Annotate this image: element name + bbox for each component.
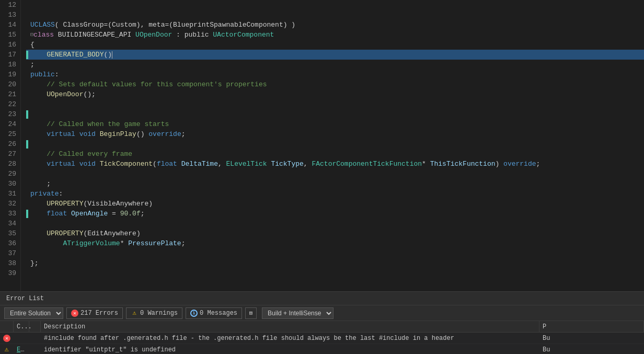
warning-row-icon: ⚠ — [3, 346, 10, 353]
error-icon: ✕ — [71, 310, 78, 317]
code-line: UPROPERTY(VisibleAnywhere) — [26, 199, 644, 209]
code-line — [26, 139, 644, 149]
line-number: 18 — [4, 60, 16, 70]
code-line: ⊟class BUILDINGESCAPE_API UOpenDoor : pu… — [26, 30, 644, 40]
line-number: 39 — [4, 268, 16, 278]
build-filter-dropdown[interactable]: Build + IntelliSense — [262, 307, 334, 319]
line-numbers: 1213141516171819202122232425262728293031… — [0, 0, 21, 291]
code-line: GENERATED_BODY() — [26, 50, 644, 60]
line-number: 23 — [4, 109, 16, 119]
line-number: 12 — [4, 0, 16, 10]
code-line — [26, 10, 644, 20]
code-line: { — [26, 40, 644, 50]
error-project: Bu — [539, 345, 644, 355]
line-number: 17 — [4, 50, 16, 60]
error-code-link[interactable]: E0020 — [17, 346, 29, 353]
code-line: ATriggerVolume* PressurePlate; — [26, 238, 644, 248]
col-header-checkbox — [0, 321, 14, 332]
warnings-count-label: 0 Warnings — [140, 310, 178, 317]
line-number: 37 — [4, 248, 16, 258]
line-number: 25 — [4, 129, 16, 139]
errors-count-label: 217 Errors — [80, 310, 118, 317]
text-cursor — [112, 51, 112, 59]
messages-count-badge[interactable]: i 0 Messages — [186, 307, 242, 319]
filter-dropdown[interactable]: Entire Solution — [4, 307, 63, 319]
line-number: 20 — [4, 79, 16, 89]
code-line: virtual void BeginPlay() override; — [26, 129, 644, 139]
line-number: 16 — [4, 40, 16, 50]
error-description: #include found after .generated.h file -… — [41, 334, 539, 343]
error-count-badge[interactable]: ✕ 217 Errors — [66, 307, 123, 319]
warning-count-badge[interactable]: ⚠ 0 Warnings — [126, 307, 182, 319]
code-line: private: — [26, 189, 644, 199]
code-line: ; — [26, 60, 644, 70]
code-line: // Called when the game starts — [26, 119, 644, 129]
error-row[interactable]: ✕#include found after .generated.h file … — [0, 333, 644, 344]
line-number: 36 — [4, 238, 16, 248]
code-line — [26, 248, 644, 258]
line-number: 38 — [4, 258, 16, 268]
line-number: 35 — [4, 229, 16, 238]
error-table-header: C... Description P — [0, 321, 644, 333]
line-number: 26 — [4, 139, 16, 149]
line-number: 31 — [4, 189, 16, 199]
line-number: 34 — [4, 219, 16, 229]
warning-icon: ⚠ — [131, 310, 138, 317]
code-line: float OpenAngle = 90.0f; — [26, 209, 644, 219]
code-line — [26, 109, 644, 119]
line-number: 29 — [4, 169, 16, 179]
bottom-panel: Error List Entire Solution ✕ 217 Errors … — [0, 291, 644, 354]
line-number: 32 — [4, 199, 16, 209]
line-number: 19 — [4, 70, 16, 79]
error-row[interactable]: ⚠E0020identifier "uintptr_t" is undefine… — [0, 344, 644, 354]
code-area[interactable]: UCLASS( ClassGroup=(Custom), meta=(Bluep… — [21, 0, 644, 291]
line-number: 30 — [4, 179, 16, 189]
line-number: 14 — [4, 20, 16, 30]
code-line: }; — [26, 258, 644, 268]
line-number: 27 — [4, 149, 16, 159]
line-number: 21 — [4, 89, 16, 99]
editor-area: 1213141516171819202122232425262728293031… — [0, 0, 644, 291]
code-line: virtual void TickComponent(float DeltaTi… — [26, 159, 644, 169]
col-header-project: P — [539, 321, 644, 332]
code-line — [26, 99, 644, 109]
code-line — [26, 268, 644, 278]
line-number: 15 — [4, 30, 16, 40]
col-header-description: Description — [41, 321, 539, 332]
code-line: ; — [26, 179, 644, 189]
code-line: // Called every frame — [26, 149, 644, 159]
info-icon: i — [190, 310, 198, 317]
code-line — [26, 219, 644, 229]
line-number: 24 — [4, 119, 16, 129]
error-description: identifier "uintptr_t" is undefined — [41, 345, 539, 355]
error-table: C... Description P ✕#include found after… — [0, 321, 644, 354]
code-line — [26, 0, 644, 10]
code-line: UCLASS( ClassGroup=(Custom), meta=(Bluep… — [26, 20, 644, 30]
code-line: UPROPERTY(EditAnywhere) — [26, 229, 644, 238]
col-header-sort — [29, 321, 41, 332]
line-number: 13 — [4, 10, 16, 20]
line-number: 22 — [4, 99, 16, 109]
col-header-code: C... — [14, 321, 29, 332]
line-number: 28 — [4, 159, 16, 169]
line-number: 33 — [4, 209, 16, 219]
code-line: UOpenDoor(); — [26, 89, 644, 99]
panel-title-bar: Error List — [0, 292, 644, 305]
code-line — [26, 169, 644, 179]
code-line: // Sets default values for this componen… — [26, 79, 644, 89]
filter-toggle-button[interactable]: ⊞ — [245, 307, 257, 319]
messages-count-label: 0 Messages — [200, 310, 237, 317]
error-row-icon: ✕ — [3, 335, 10, 342]
panel-title: Error List — [6, 295, 44, 302]
code-line: public: — [26, 70, 644, 79]
error-toolbar: Entire Solution ✕ 217 Errors ⚠ 0 Warning… — [0, 305, 644, 321]
error-project: Bu — [539, 334, 644, 343]
